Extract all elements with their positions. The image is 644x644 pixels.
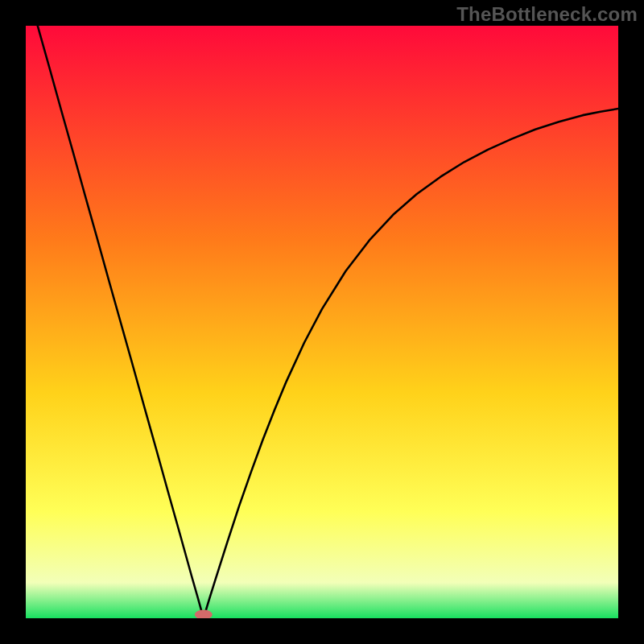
plot-area [26,26,618,618]
chart-frame: TheBottleneck.com [0,0,644,644]
gradient-background [26,26,618,618]
watermark-text: TheBottleneck.com [456,3,638,26]
bottleneck-curve-chart [26,26,618,618]
